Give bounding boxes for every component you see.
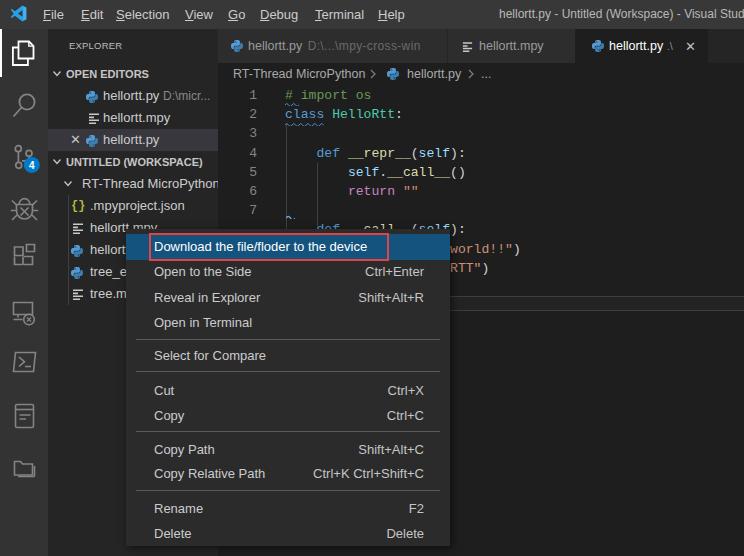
svg-text:4: 4 <box>29 160 35 171</box>
